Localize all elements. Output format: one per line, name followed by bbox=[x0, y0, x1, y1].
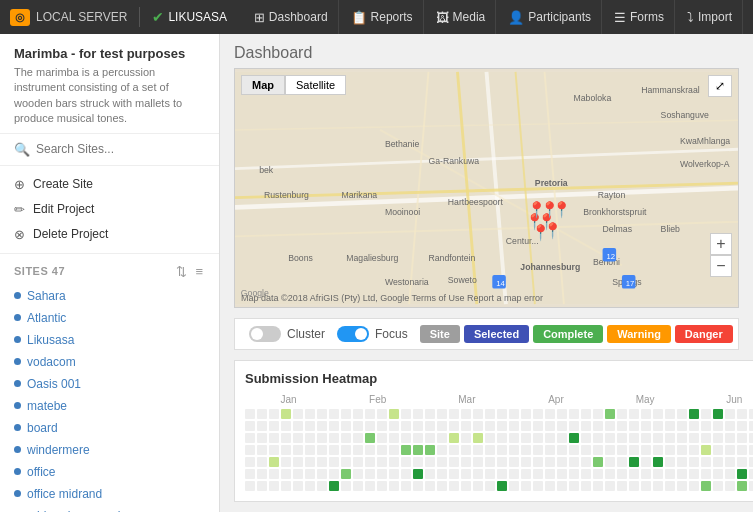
heatmap-cell bbox=[713, 421, 723, 431]
heatmap-cell bbox=[329, 421, 339, 431]
map-tab-map[interactable]: Map bbox=[241, 75, 285, 95]
heatmap-cell bbox=[449, 421, 459, 431]
list-item[interactable]: midrand samrand bbox=[14, 505, 205, 512]
search-icon: 🔍 bbox=[14, 142, 30, 157]
heatmap-cell bbox=[281, 421, 291, 431]
heatmap-cell bbox=[725, 457, 735, 467]
heatmap-cell bbox=[437, 445, 447, 455]
heatmap-row bbox=[245, 445, 753, 455]
heatmap-cell bbox=[425, 469, 435, 479]
heatmap-cell bbox=[617, 409, 627, 419]
media-icon: 🖼 bbox=[436, 10, 449, 25]
nav-dashboard[interactable]: ⊞ Dashboard bbox=[244, 0, 339, 34]
list-item[interactable]: Atlantic bbox=[14, 307, 205, 329]
heatmap-cell bbox=[437, 409, 447, 419]
heatmap-cell bbox=[329, 445, 339, 455]
map-tab-satellite[interactable]: Satellite bbox=[285, 75, 346, 95]
heatmap-cell bbox=[605, 409, 615, 419]
heatmap-cell bbox=[305, 421, 315, 431]
edit-project-button[interactable]: ✏ Edit Project bbox=[14, 197, 205, 222]
nav-links: ⊞ Dashboard 📋 Reports 🖼 Media 👤 Particip… bbox=[244, 0, 743, 34]
badge-selected[interactable]: Selected bbox=[464, 325, 529, 343]
heatmap-cell bbox=[545, 421, 555, 431]
svg-text:Johannesburg: Johannesburg bbox=[520, 262, 580, 272]
heatmap-cell bbox=[593, 409, 603, 419]
list-item[interactable]: windermere bbox=[14, 439, 205, 461]
map-footer: Map data ©2018 AfriGIS (Pty) Ltd, Google… bbox=[241, 293, 543, 303]
heatmap-cell bbox=[425, 433, 435, 443]
zoom-in-button[interactable]: + bbox=[710, 233, 732, 255]
delete-project-label: Delete Project bbox=[33, 227, 108, 241]
heatmap-cell bbox=[341, 433, 351, 443]
heatmap-cell bbox=[545, 481, 555, 491]
heatmap-cell bbox=[365, 445, 375, 455]
month-mar: Mar bbox=[423, 394, 510, 405]
heatmap-cell bbox=[641, 421, 651, 431]
svg-text:📍: 📍 bbox=[543, 221, 563, 240]
heatmap-row bbox=[245, 469, 753, 479]
heatmap-cell bbox=[533, 409, 543, 419]
heatmap-cell bbox=[665, 409, 675, 419]
main-layout: Marimba - for test purposes The marimba … bbox=[0, 34, 753, 512]
nav-reports[interactable]: 📋 Reports bbox=[341, 0, 424, 34]
heatmap-cell bbox=[737, 457, 747, 467]
heatmap-cell bbox=[389, 409, 399, 419]
create-site-button[interactable]: ⊕ Create Site bbox=[14, 172, 205, 197]
focus-toggle-thumb bbox=[355, 328, 367, 340]
badge-complete[interactable]: Complete bbox=[533, 325, 603, 343]
heatmap-cell bbox=[401, 421, 411, 431]
month-jun: Jun bbox=[691, 394, 753, 405]
cluster-toggle[interactable] bbox=[249, 326, 281, 342]
heatmap-cell bbox=[629, 469, 639, 479]
list-item[interactable]: board bbox=[14, 417, 205, 439]
nav-forms[interactable]: ☰ Forms bbox=[604, 0, 675, 34]
search-bar[interactable]: 🔍 bbox=[0, 134, 219, 166]
dashboard-icon: ⊞ bbox=[254, 10, 265, 25]
heatmap-cell bbox=[701, 469, 711, 479]
map-expand-button[interactable]: ⤢ bbox=[708, 75, 732, 97]
nav-import[interactable]: ⤵ Import bbox=[677, 0, 743, 34]
heatmap-cell bbox=[749, 469, 753, 479]
list-item[interactable]: vodacom bbox=[14, 351, 205, 373]
list-item[interactable]: office bbox=[14, 461, 205, 483]
heatmap-cell bbox=[425, 481, 435, 491]
heatmap-cell bbox=[293, 469, 303, 479]
heatmap-cell bbox=[305, 433, 315, 443]
zoom-out-button[interactable]: − bbox=[710, 255, 732, 277]
filter-button[interactable]: ≡ bbox=[193, 262, 205, 281]
heatmap-cell bbox=[509, 409, 519, 419]
heatmap-cell bbox=[281, 445, 291, 455]
sites-header: SITES 47 ⇅ ≡ bbox=[0, 254, 219, 285]
heatmap-cell bbox=[341, 481, 351, 491]
create-site-icon: ⊕ bbox=[14, 177, 25, 192]
nav-project[interactable]: ✔ LIKUSASA bbox=[152, 9, 227, 25]
heatmap-cell bbox=[281, 469, 291, 479]
heatmap-cell bbox=[497, 457, 507, 467]
heatmap-cell bbox=[617, 421, 627, 431]
heatmap-cell bbox=[269, 481, 279, 491]
nav-participants[interactable]: 👤 Participants bbox=[498, 0, 602, 34]
heatmap-cell bbox=[713, 481, 723, 491]
list-item[interactable]: Sahara bbox=[14, 285, 205, 307]
heatmap-cell bbox=[365, 433, 375, 443]
focus-toggle[interactable] bbox=[337, 326, 369, 342]
heatmap-cell bbox=[437, 457, 447, 467]
list-item[interactable]: office midrand bbox=[14, 483, 205, 505]
site-dot bbox=[14, 468, 21, 475]
list-item[interactable]: matebe bbox=[14, 395, 205, 417]
list-item[interactable]: Oasis 001 bbox=[14, 373, 205, 395]
nav-media[interactable]: 🖼 Media bbox=[426, 0, 497, 34]
search-input[interactable] bbox=[36, 142, 205, 156]
delete-project-button[interactable]: ⊗ Delete Project bbox=[14, 222, 205, 247]
heatmap-cell bbox=[677, 445, 687, 455]
list-item[interactable]: Likusasa bbox=[14, 329, 205, 351]
badge-site[interactable]: Site bbox=[420, 325, 460, 343]
badge-warning[interactable]: Warning bbox=[607, 325, 671, 343]
badge-danger[interactable]: Danger bbox=[675, 325, 733, 343]
heatmap-cell bbox=[653, 481, 663, 491]
heatmap-cell bbox=[425, 409, 435, 419]
sort-asc-button[interactable]: ⇅ bbox=[174, 262, 189, 281]
heatmap-cell bbox=[545, 469, 555, 479]
heatmap-cell bbox=[737, 409, 747, 419]
svg-text:Randfontein: Randfontein bbox=[428, 253, 475, 263]
